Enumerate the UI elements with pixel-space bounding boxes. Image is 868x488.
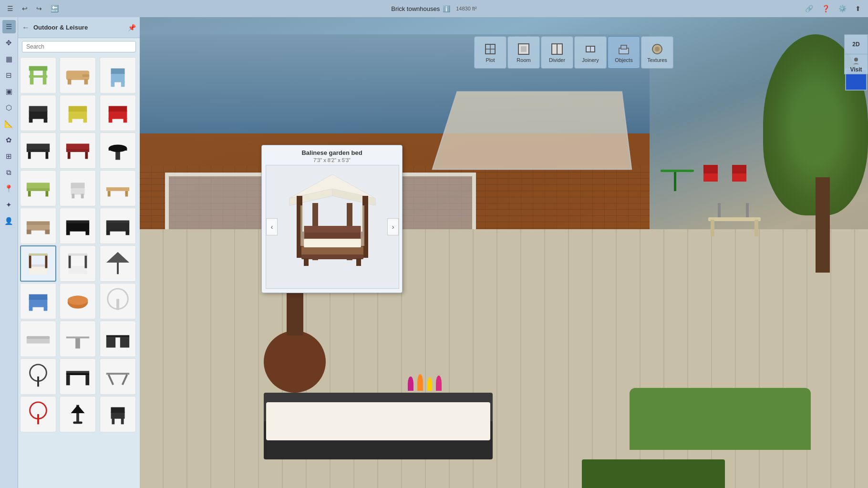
share-button[interactable]: 🔗 <box>803 4 816 13</box>
sidebar-back-button[interactable]: ← <box>22 23 30 32</box>
room-button[interactable]: Room <box>507 36 540 69</box>
svg-rect-5 <box>29 66 48 71</box>
measure-icon-btn[interactable]: 📐 <box>2 117 16 131</box>
wall-icon-btn[interactable]: ▦ <box>2 52 16 66</box>
textures-button[interactable]: Textures <box>641 36 673 69</box>
svg-rect-84 <box>106 337 115 347</box>
list-item[interactable] <box>20 170 56 206</box>
objects-button[interactable]: Objects <box>608 36 640 69</box>
object-icon-btn[interactable]: ⬡ <box>2 101 16 114</box>
list-item[interactable] <box>100 208 136 244</box>
list-item[interactable] <box>100 396 136 432</box>
svg-rect-14 <box>29 111 48 119</box>
list-item[interactable] <box>20 283 56 319</box>
list-item[interactable] <box>100 321 136 357</box>
list-item[interactable] <box>60 95 96 131</box>
svg-rect-2 <box>43 78 47 85</box>
svg-rect-18 <box>69 111 87 119</box>
list-item[interactable] <box>60 170 96 206</box>
scene-planter <box>264 331 326 393</box>
list-item[interactable] <box>100 283 136 319</box>
svg-rect-1 <box>30 78 34 85</box>
settings-button[interactable]: ⚙️ <box>836 4 849 13</box>
list-item[interactable] <box>60 321 96 357</box>
list-item[interactable] <box>20 396 56 432</box>
list-item[interactable] <box>60 245 96 282</box>
move-icon-btn[interactable]: ✥ <box>2 36 16 50</box>
menu-button[interactable]: ☰ <box>5 4 16 13</box>
svg-rect-52 <box>66 222 89 231</box>
list-item[interactable] <box>100 358 136 395</box>
list-item[interactable] <box>60 396 96 432</box>
visit-view-button[interactable]: Visit <box>844 54 868 74</box>
list-item[interactable] <box>60 132 96 169</box>
list-item[interactable] <box>20 57 56 93</box>
list-item[interactable] <box>100 245 136 282</box>
maximize-button[interactable]: ⬆ <box>853 4 863 13</box>
person-icon-btn[interactable]: 👤 <box>2 214 16 228</box>
list-item[interactable] <box>100 57 136 93</box>
menu-icon-btn[interactable]: ☰ <box>2 20 16 33</box>
list-item[interactable] <box>20 358 56 395</box>
divider-button[interactable]: Divider <box>541 36 573 69</box>
stairs-icon-btn[interactable]: ⊟ <box>2 69 16 82</box>
svg-rect-45 <box>106 187 129 191</box>
svg-point-76 <box>68 295 88 305</box>
svg-rect-129 <box>304 226 361 233</box>
list-item[interactable] <box>60 283 96 319</box>
scene-flowers <box>407 374 443 393</box>
pin-icon-btn[interactable]: 📍 <box>2 182 16 195</box>
svg-rect-85 <box>120 337 129 347</box>
svg-rect-16 <box>29 118 33 123</box>
visit-label: Visit <box>850 66 862 73</box>
2d-label: 2D <box>852 41 859 48</box>
svg-rect-74 <box>44 306 48 311</box>
help-button[interactable]: ❓ <box>819 4 832 13</box>
decor-icon-btn[interactable]: ✿ <box>2 133 16 147</box>
furniture-grid <box>18 55 140 488</box>
list-item[interactable] <box>20 245 56 282</box>
list-item[interactable] <box>100 132 136 169</box>
sidebar-pin-button[interactable]: 📌 <box>128 24 136 31</box>
layers-icon-btn[interactable]: ⧉ <box>2 166 16 179</box>
2d-view-button[interactable]: 2D <box>844 34 868 54</box>
svg-rect-92 <box>106 373 129 375</box>
redo-button[interactable]: ↪ <box>34 4 44 13</box>
lawn-area <box>630 388 811 450</box>
view-buttons: 2D Visit <box>844 34 868 74</box>
svg-rect-54 <box>66 231 70 235</box>
svg-rect-25 <box>123 118 127 123</box>
list-item[interactable] <box>20 95 56 131</box>
svg-rect-33 <box>66 144 89 150</box>
search-input[interactable] <box>22 41 136 52</box>
svg-rect-89 <box>66 375 70 385</box>
preview-prev-button[interactable]: ‹ <box>266 218 278 235</box>
list-item[interactable] <box>60 358 96 395</box>
scene-viewport[interactable]: Plot Room Divider Joinery Objects <box>140 17 868 488</box>
svg-rect-46 <box>107 191 110 197</box>
light-icon-btn[interactable]: ✦ <box>2 198 16 212</box>
svg-rect-23 <box>108 106 127 112</box>
list-item[interactable] <box>20 321 56 357</box>
list-item[interactable] <box>60 57 96 93</box>
svg-rect-128 <box>301 232 363 238</box>
back-button[interactable]: 🔙 <box>48 4 61 13</box>
svg-rect-24 <box>108 118 112 123</box>
info-icon[interactable]: ℹ️ <box>443 5 450 12</box>
svg-rect-131 <box>304 258 309 266</box>
svg-rect-59 <box>125 231 129 235</box>
preview-next-button[interactable]: › <box>387 218 399 235</box>
plot-button[interactable]: Plot <box>474 36 506 69</box>
list-item[interactable] <box>100 95 136 131</box>
list-item[interactable] <box>20 132 56 169</box>
svg-rect-38 <box>28 191 31 197</box>
list-item[interactable] <box>20 208 56 244</box>
search-bar <box>18 38 140 55</box>
undo-button[interactable]: ↩ <box>20 4 30 13</box>
grid-icon-btn[interactable]: ⊞ <box>2 150 16 163</box>
list-item[interactable] <box>100 170 136 206</box>
joinery-button[interactable]: Joinery <box>574 36 607 69</box>
floor-icon-btn[interactable]: ▣ <box>2 85 16 98</box>
list-item[interactable] <box>60 208 96 244</box>
svg-rect-99 <box>73 421 83 424</box>
